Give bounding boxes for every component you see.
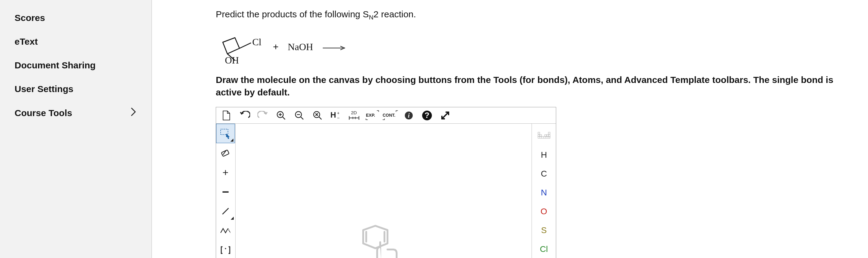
help-button[interactable]: ? bbox=[418, 107, 436, 123]
svg-text:EXP.: EXP. bbox=[366, 113, 375, 118]
atom-label: N bbox=[541, 188, 547, 197]
reaction-row: Cl OH + NaOH bbox=[218, 33, 850, 61]
svg-line-0 bbox=[240, 43, 251, 48]
svg-text:H: H bbox=[330, 110, 336, 120]
new-document-button[interactable] bbox=[217, 107, 236, 123]
svg-rect-28 bbox=[221, 150, 229, 157]
svg-rect-37 bbox=[538, 135, 540, 136]
svg-text:?: ? bbox=[425, 110, 429, 120]
atom-label: S bbox=[541, 225, 547, 235]
undo-button[interactable] bbox=[236, 107, 254, 123]
marquee-select-tool[interactable] bbox=[216, 124, 235, 143]
molecule-editor: H+− 2D EXP. CONT. bbox=[216, 107, 556, 258]
svg-text:−: − bbox=[337, 116, 339, 120]
periodic-table-button[interactable] bbox=[532, 127, 556, 146]
canvas-watermark-icon bbox=[351, 224, 406, 258]
zoom-in-button[interactable] bbox=[272, 107, 290, 123]
svg-point-31 bbox=[225, 248, 226, 249]
svg-rect-41 bbox=[548, 135, 550, 136]
svg-line-10 bbox=[301, 117, 303, 120]
erase-tool[interactable] bbox=[216, 143, 235, 163]
svg-line-30 bbox=[222, 208, 228, 214]
atom-label: H bbox=[541, 150, 547, 160]
minus-icon: − bbox=[222, 185, 229, 199]
charge-minus-tool[interactable]: − bbox=[216, 182, 235, 201]
contract-button[interactable]: CONT. bbox=[381, 107, 400, 123]
atom-h-button[interactable]: H bbox=[532, 146, 556, 164]
hydrogen-toggle-button[interactable]: H+− bbox=[327, 107, 345, 123]
redo-button[interactable] bbox=[254, 107, 272, 123]
top-toolbar: H+− 2D EXP. CONT. bbox=[216, 107, 556, 124]
bracket-tool[interactable] bbox=[216, 240, 235, 258]
sidebar-item-label: Scores bbox=[14, 13, 45, 23]
svg-text:2D: 2D bbox=[351, 110, 357, 115]
svg-line-13 bbox=[319, 117, 321, 120]
charge-plus-tool[interactable]: + bbox=[216, 163, 235, 182]
single-bond-tool[interactable] bbox=[216, 201, 235, 221]
drawing-canvas[interactable] bbox=[236, 124, 532, 258]
sidebar-item-label: Course Tools bbox=[14, 108, 72, 118]
sidebar-item-etext[interactable]: eText bbox=[0, 30, 151, 54]
zoom-out-button[interactable] bbox=[290, 107, 308, 123]
question-suffix: 2 reaction. bbox=[374, 9, 416, 19]
sidebar-item-label: eText bbox=[14, 36, 38, 47]
sidebar-item-label: User Settings bbox=[14, 84, 73, 94]
svg-rect-35 bbox=[538, 132, 540, 134]
atom-label: C bbox=[541, 169, 547, 179]
svg-rect-40 bbox=[547, 135, 548, 136]
svg-text:i: i bbox=[408, 112, 410, 119]
plus-icon: + bbox=[222, 166, 228, 179]
instruction-text: Draw the molecule on the canvas by choos… bbox=[216, 74, 850, 98]
atom-n-button[interactable]: N bbox=[532, 183, 556, 202]
sidebar-item-course-tools[interactable]: Course Tools bbox=[0, 101, 151, 125]
submenu-indicator-icon bbox=[231, 217, 234, 220]
zoom-fit-button[interactable] bbox=[308, 107, 327, 123]
svg-rect-36 bbox=[548, 132, 550, 134]
fullscreen-button[interactable] bbox=[436, 107, 454, 123]
reagent-naoh: NaOH bbox=[288, 41, 313, 53]
svg-text:OH: OH bbox=[225, 55, 239, 64]
svg-rect-38 bbox=[540, 135, 541, 136]
atom-o-button[interactable]: O bbox=[532, 202, 556, 221]
sidebar-item-scores[interactable]: Scores bbox=[0, 6, 151, 30]
chain-tool[interactable] bbox=[216, 221, 235, 240]
question-sub: N bbox=[369, 14, 374, 21]
main-content: Predict the products of the following SN… bbox=[152, 0, 868, 258]
submenu-indicator-icon bbox=[230, 138, 234, 141]
atom-label: Cl bbox=[540, 244, 548, 254]
app-root: Scores eText Document Sharing User Setti… bbox=[0, 0, 868, 258]
editor-body: + − • bbox=[216, 124, 556, 258]
svg-rect-27 bbox=[221, 129, 228, 135]
expand-button[interactable]: EXP. bbox=[363, 107, 381, 123]
svg-text:CONT.: CONT. bbox=[383, 113, 395, 118]
sidebar-item-document-sharing[interactable]: Document Sharing bbox=[0, 54, 151, 77]
sidebar-item-label: Document Sharing bbox=[14, 60, 96, 70]
svg-text:Cl: Cl bbox=[252, 36, 261, 47]
svg-rect-39 bbox=[545, 135, 547, 136]
reagent-structure: Cl OH bbox=[218, 33, 264, 61]
reaction-arrow bbox=[322, 40, 346, 54]
atom-cl-button[interactable]: Cl bbox=[532, 240, 556, 258]
atom-c-button[interactable]: C bbox=[532, 164, 556, 183]
chevron-right-icon bbox=[131, 107, 136, 118]
atom-s-button[interactable]: S bbox=[532, 221, 556, 240]
left-toolbar: + − • bbox=[216, 124, 236, 258]
svg-line-6 bbox=[283, 117, 285, 120]
question-text: Predict the products of the following SN… bbox=[216, 9, 850, 21]
sidebar-item-user-settings[interactable]: User Settings bbox=[0, 77, 151, 101]
atom-label: O bbox=[541, 207, 547, 216]
svg-text:+: + bbox=[337, 110, 339, 116]
info-button[interactable]: i bbox=[400, 107, 418, 123]
reaction-plus: + bbox=[273, 41, 279, 53]
view-2d-button[interactable]: 2D bbox=[345, 107, 363, 123]
sidebar: Scores eText Document Sharing User Setti… bbox=[0, 0, 152, 258]
question-prefix: Predict the products of the following S bbox=[216, 9, 369, 19]
right-toolbar: H C N O S Cl Br bbox=[532, 124, 556, 258]
